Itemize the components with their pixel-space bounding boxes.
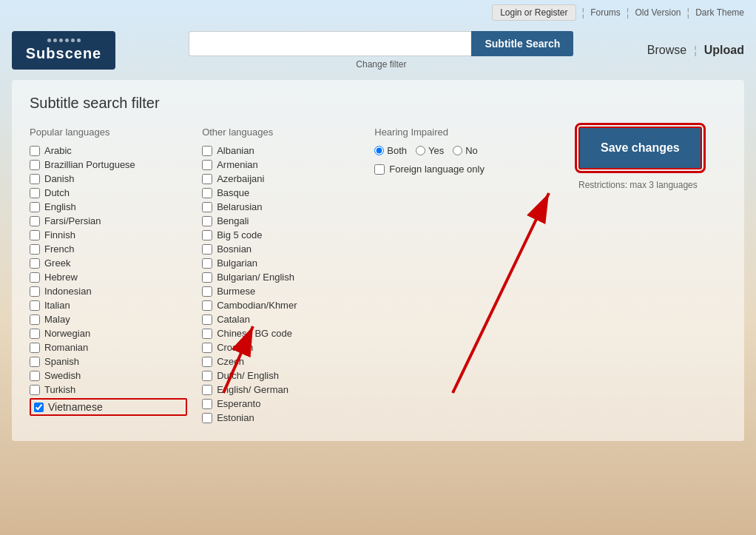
chinese-bg-checkbox[interactable] [202,329,212,339]
catalan-label: Catalan [217,314,250,325]
dark-theme-link[interactable]: Dark Theme [695,7,744,18]
yes-radio-item: Yes [416,145,444,156]
farsi-persian-checkbox[interactable] [30,216,40,226]
main-content: Subtitle search filter Popular languages… [12,80,744,441]
list-item: English/ German [202,384,360,395]
armenian-checkbox[interactable] [202,160,212,170]
dutch-english-checkbox[interactable] [202,371,212,381]
hebrew-checkbox[interactable] [30,272,40,283]
farsi-persian-label: Farsi/Persian [44,215,101,226]
save-changes-button[interactable]: Save changes [578,127,702,169]
list-item: Chinese BG code [202,328,360,339]
albanian-checkbox[interactable] [202,146,212,156]
bulgarian-english-checkbox[interactable] [202,272,212,283]
bengali-checkbox[interactable] [202,216,212,226]
filter-columns: Popular languages Arabic Brazillian Port… [30,127,726,426]
italian-checkbox[interactable] [30,300,40,311]
list-item: Bulgarian/ English [202,272,360,283]
sep2: ¦ [627,7,630,18]
old-version-link[interactable]: Old Version [635,7,681,18]
foreign-language-checkbox[interactable] [374,164,385,175]
list-item: Azerbaijani [202,173,360,184]
czech-checkbox[interactable] [202,357,212,367]
no-label: No [465,145,478,156]
azerbaijani-checkbox[interactable] [202,174,212,184]
change-filter-link[interactable]: Change filter [356,59,406,70]
finnish-label: Finnish [44,229,75,240]
romanian-label: Romanian [44,342,88,353]
bulgarian-checkbox[interactable] [202,258,212,269]
browse-link[interactable]: Browse [647,44,686,57]
logo-dot-3 [59,38,63,42]
browse-sep: ¦ [694,44,697,56]
catalan-checkbox[interactable] [202,314,212,325]
indonesian-checkbox[interactable] [30,286,40,297]
both-radio[interactable] [374,146,384,155]
bosnian-label: Bosnian [217,243,252,255]
bulgarian-english-label: Bulgarian/ English [217,272,294,283]
swedish-checkbox[interactable] [30,371,40,381]
big5-checkbox[interactable] [202,230,212,240]
croatian-checkbox[interactable] [202,343,212,353]
turkish-label: Turkish [44,384,75,395]
search-input[interactable] [189,31,471,56]
arabic-checkbox[interactable] [30,146,40,156]
azerbaijani-label: Azerbaijani [217,173,264,184]
english-german-checkbox[interactable] [202,385,212,395]
vietnamese-checkbox[interactable] [34,403,44,412]
spanish-label: Spanish [44,356,79,367]
greek-checkbox[interactable] [30,258,40,269]
list-item: Turkish [30,384,187,395]
list-item: Italian [30,300,187,311]
page-title: Subtitle search filter [30,95,726,112]
norwegian-checkbox[interactable] [30,329,40,339]
list-item: Albanian [202,145,360,156]
bosnian-checkbox[interactable] [202,244,212,255]
no-radio-item: No [453,145,478,156]
danish-checkbox[interactable] [30,174,40,184]
list-item: Bulgarian [202,258,360,269]
turkish-checkbox[interactable] [30,385,40,395]
other-languages-col: Other languages Albanian Armenian Azerba… [202,127,374,426]
cambodian-checkbox[interactable] [202,300,212,311]
login-register-button[interactable]: Login or Register [492,4,576,21]
top-bar: Login or Register ¦ Forums ¦ Old Version… [0,0,756,25]
logo-text: Subscene [26,45,101,62]
forums-link[interactable]: Forums [590,7,621,18]
indonesian-label: Indonesian [44,286,92,297]
upload-link[interactable]: Upload [704,44,744,57]
list-item: Finnish [30,229,187,240]
dutch-checkbox[interactable] [30,188,40,198]
yes-radio[interactable] [416,146,425,155]
logo-dots [47,38,81,42]
english-checkbox[interactable] [30,202,40,212]
popular-languages-col: Popular languages Arabic Brazillian Port… [30,127,202,426]
vietnamese-item: Vietnamese [30,398,187,416]
french-checkbox[interactable] [30,244,40,255]
belarusian-checkbox[interactable] [202,202,212,212]
burmese-checkbox[interactable] [202,286,212,297]
croatian-label: Croatian [217,342,253,353]
brazillian-portuguese-checkbox[interactable] [30,160,40,170]
spanish-checkbox[interactable] [30,357,40,367]
dutch-english-label: Dutch/ English [217,370,279,381]
basque-checkbox[interactable] [202,188,212,198]
list-item: Indonesian [30,286,187,297]
arabic-label: Arabic [44,145,72,156]
list-item: Belarusian [202,201,360,212]
list-item: Big 5 code [202,229,360,240]
save-col: Save changes Restrictions: max 3 languag… [578,127,726,426]
estonian-checkbox[interactable] [202,413,212,423]
list-item: Hebrew [30,272,187,283]
no-radio[interactable] [453,146,462,155]
esperanto-checkbox[interactable] [202,399,212,409]
malay-checkbox[interactable] [30,314,40,325]
list-item: Dutch/ English [202,370,360,381]
norwegian-label: Norwegian [44,328,90,339]
search-button[interactable]: Subtitle Search [471,31,573,56]
greek-label: Greek [44,258,70,269]
list-item: Spanish [30,356,187,367]
romanian-checkbox[interactable] [30,343,40,353]
list-item: Dutch [30,187,187,198]
finnish-checkbox[interactable] [30,230,40,240]
